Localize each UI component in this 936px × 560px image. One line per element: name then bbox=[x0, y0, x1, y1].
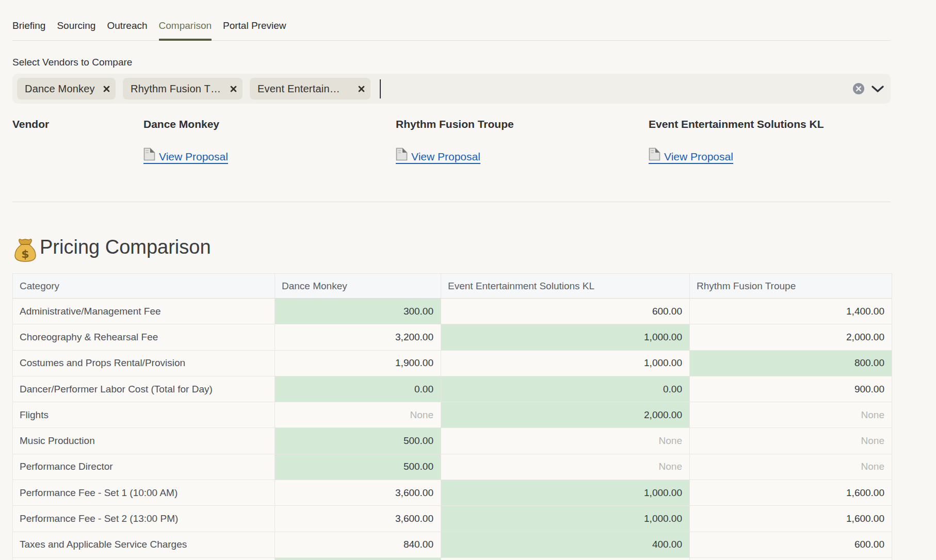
view-proposal-link[interactable]: View Proposal bbox=[396, 147, 480, 164]
table-row: Costumes and Props Rental/Provision1,900… bbox=[13, 350, 892, 376]
table-row: Choreography & Rehearsal Fee3,200.001,00… bbox=[13, 324, 892, 350]
value-cell: 500.00 bbox=[275, 428, 441, 454]
column-header: Category bbox=[13, 274, 275, 299]
value-cell: 3,600.00 bbox=[275, 506, 441, 532]
value-cell: 1,000.00 bbox=[441, 506, 690, 532]
value-cell: 600.00 bbox=[441, 299, 690, 324]
value-cell: None bbox=[441, 428, 690, 454]
table-row: Dancer/Performer Labor Cost (Total for D… bbox=[13, 376, 892, 402]
vendor-column: Dance MonkeyView Proposal bbox=[143, 118, 385, 165]
x-icon[interactable] bbox=[358, 86, 365, 92]
value-cell: 500.00 bbox=[275, 454, 441, 480]
vendor-tag[interactable]: Event Entertain… bbox=[250, 78, 370, 100]
vendor-name: Rhythm Fusion Troupe bbox=[396, 118, 638, 130]
selected-vendor-tags: Dance MonkeyRhythm Fusion T…Event Entert… bbox=[17, 78, 370, 100]
view-proposal-label: View Proposal bbox=[411, 151, 480, 163]
value-cell: 600.00 bbox=[690, 532, 892, 557]
pricing-table-grid: CategoryDance MonkeyEvent Entertainment … bbox=[12, 273, 892, 560]
value-cell: 2,000.00 bbox=[690, 324, 892, 350]
x-icon[interactable] bbox=[103, 86, 110, 92]
value-cell: 1,000.00 bbox=[441, 324, 690, 350]
app: BriefingSourcingOutreachComparisonPortal… bbox=[0, 0, 936, 560]
clear-all-icon[interactable] bbox=[852, 82, 865, 95]
category-cell: Taxes and Applicable Service Charges bbox=[13, 532, 275, 557]
section-title-row: $ Pricing Comparison bbox=[14, 234, 211, 264]
table-row: FlightsNone2,000.00None bbox=[13, 402, 892, 428]
vendor-select-label: Select Vendors to Compare bbox=[12, 57, 132, 68]
svg-text:$: $ bbox=[21, 248, 29, 260]
x-icon[interactable] bbox=[230, 86, 237, 92]
value-cell: 1,400.00 bbox=[690, 299, 892, 324]
category-cell: Choreography & Rehearsal Fee bbox=[13, 324, 275, 350]
value-cell: 3,600.00 bbox=[275, 480, 441, 506]
vendor-tag[interactable]: Dance Monkey bbox=[17, 78, 116, 100]
vendor-heading-column: Vendor bbox=[12, 118, 133, 130]
category-cell: Performance Director bbox=[13, 454, 275, 480]
category-cell: Performance Fee - Set 1 (10:00 AM) bbox=[13, 480, 275, 506]
value-cell: 400.00 bbox=[441, 532, 690, 557]
value-cell: 840.00 bbox=[275, 532, 441, 557]
category-cell bbox=[13, 557, 275, 560]
tab-sourcing[interactable]: Sourcing bbox=[57, 20, 95, 40]
vendor-name: Dance Monkey bbox=[143, 118, 385, 130]
value-cell: 2,000.00 bbox=[441, 402, 690, 428]
value-cell: None bbox=[275, 402, 441, 428]
table-row: Administrative/Management Fee300.00600.0… bbox=[13, 299, 892, 324]
category-cell: Dancer/Performer Labor Cost (Total for D… bbox=[13, 376, 275, 402]
view-proposal-link[interactable]: View Proposal bbox=[649, 147, 733, 164]
category-cell: Administrative/Management Fee bbox=[13, 299, 275, 324]
table-row: Performance Fee - Set 2 (13:00 PM)3,600.… bbox=[13, 506, 892, 532]
tab-bar: BriefingSourcingOutreachComparisonPortal… bbox=[12, 0, 891, 41]
vendor-name: Event Entertainment Solutions KL bbox=[649, 118, 891, 130]
column-header: Dance Monkey bbox=[275, 274, 441, 299]
page-title: Pricing Comparison bbox=[40, 234, 211, 260]
value-cell: None bbox=[690, 454, 892, 480]
document-icon bbox=[649, 147, 660, 163]
divider bbox=[12, 202, 891, 202]
vendor-row-heading: Vendor bbox=[12, 118, 133, 130]
value-cell: 800.00 bbox=[690, 350, 892, 376]
value-cell: 3,200.00 bbox=[275, 324, 441, 350]
value-cell: 0.00 bbox=[275, 376, 441, 402]
vendor-column: Event Entertainment Solutions KLView Pro… bbox=[649, 118, 891, 165]
vendor-column: Rhythm Fusion TroupeView Proposal bbox=[396, 118, 638, 165]
view-proposal-label: View Proposal bbox=[159, 151, 228, 163]
tab-briefing[interactable]: Briefing bbox=[12, 20, 45, 40]
value-cell: 1,600.00 bbox=[690, 480, 892, 506]
value-cell: 1,000.00 bbox=[441, 350, 690, 376]
document-icon bbox=[143, 147, 155, 163]
column-header: Rhythm Fusion Troupe bbox=[690, 274, 892, 299]
value-cell bbox=[275, 557, 441, 560]
value-cell: None bbox=[441, 454, 690, 480]
category-cell: Music Production bbox=[13, 428, 275, 454]
column-header: Event Entertainment Solutions KL bbox=[441, 274, 690, 299]
value-cell: 900.00 bbox=[690, 376, 892, 402]
vendor-multiselect[interactable]: Dance MonkeyRhythm Fusion T…Event Entert… bbox=[12, 74, 891, 104]
vendor-tag-label: Dance Monkey bbox=[25, 83, 95, 95]
vendor-tag-label: Rhythm Fusion T… bbox=[131, 83, 222, 95]
view-proposal-label: View Proposal bbox=[664, 151, 733, 163]
category-cell: Performance Fee - Set 2 (13:00 PM) bbox=[13, 506, 275, 532]
document-icon bbox=[396, 147, 408, 163]
table-row: Performance Fee - Set 1 (10:00 AM)3,600.… bbox=[13, 480, 892, 506]
vendor-tag-label: Event Entertain… bbox=[257, 83, 350, 95]
table-row: Taxes and Applicable Service Charges840.… bbox=[13, 532, 892, 557]
value-cell bbox=[690, 557, 892, 560]
view-proposal-link[interactable]: View Proposal bbox=[143, 147, 228, 164]
tab-portal-preview[interactable]: Portal Preview bbox=[223, 20, 286, 40]
value-cell: 1,000.00 bbox=[441, 480, 690, 506]
text-cursor bbox=[380, 79, 381, 98]
tab-outreach[interactable]: Outreach bbox=[107, 20, 147, 40]
value-cell: 300.00 bbox=[275, 299, 441, 324]
table-row bbox=[13, 557, 892, 560]
value-cell: None bbox=[690, 402, 892, 428]
money-bag-icon: $ bbox=[14, 238, 36, 264]
chevron-down-icon[interactable] bbox=[871, 85, 884, 95]
value-cell: 1,900.00 bbox=[275, 350, 441, 376]
tab-comparison[interactable]: Comparison bbox=[159, 20, 212, 40]
category-cell: Costumes and Props Rental/Provision bbox=[13, 350, 275, 376]
category-cell: Flights bbox=[13, 402, 275, 428]
value-cell: None bbox=[690, 428, 892, 454]
table-row: Performance Director500.00NoneNone bbox=[13, 454, 892, 480]
vendor-tag[interactable]: Rhythm Fusion T… bbox=[123, 78, 243, 100]
